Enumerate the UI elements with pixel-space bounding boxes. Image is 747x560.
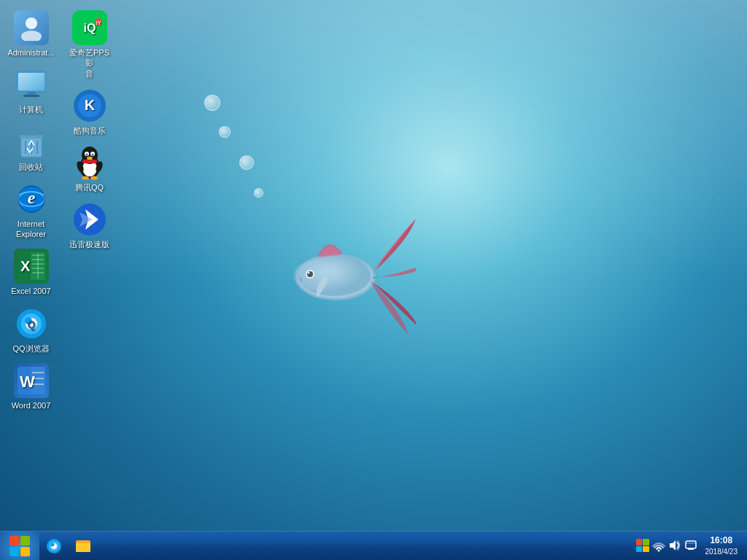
recycle-icon-img — [14, 125, 49, 160]
word-label: Word 2007 — [12, 400, 51, 411]
bubble-3 — [239, 155, 254, 170]
icon-xunlei[interactable]: 迅雷极速版 — [62, 199, 117, 252]
icon-computer[interactable]: 计算机 — [4, 64, 58, 117]
computer-label: 计算机 — [19, 104, 43, 114]
svg-rect-78 — [688, 548, 694, 550]
icon-recycle[interactable]: 回收站 — [4, 122, 58, 175]
svg-rect-12 — [27, 92, 36, 95]
kkbox-label: 酷狗音乐 — [74, 125, 106, 136]
svg-rect-63 — [82, 160, 97, 163]
icon-qq[interactable]: 腾讯QQ — [62, 142, 117, 195]
start-button[interactable] — [0, 532, 39, 561]
taskbar: 16:08 2018/4/23 — [0, 531, 747, 560]
svg-rect-16 — [26, 133, 37, 136]
icon-ie[interactable]: e Internet Explorer — [4, 179, 58, 243]
fish-decoration — [255, 182, 416, 365]
qq-label: 腾讯QQ — [75, 182, 104, 192]
qqbrowser-label: QQ浏览器 — [12, 343, 49, 354]
taskbar-qqbrowser-icon[interactable] — [39, 532, 69, 561]
svg-text:iY: iY — [96, 20, 101, 26]
svg-text:W: W — [20, 373, 35, 391]
svg-rect-73 — [77, 540, 83, 543]
windows-logo-icon — [9, 536, 30, 556]
icon-administrator[interactable]: Administrat... — [4, 7, 58, 61]
icon-kkbox[interactable]: K 酷狗音乐 — [62, 85, 117, 139]
svg-rect-72 — [76, 543, 90, 552]
kkbox-icon-img: K — [72, 88, 107, 123]
icon-qqbrowser[interactable]: Q QQ浏览器 — [4, 303, 58, 357]
icon-iqiyi[interactable]: iQ iY 爱奇艺PPS 影 音 — [62, 7, 117, 82]
bubble-1 — [204, 95, 220, 111]
icon-excel[interactable]: X Excel 2007 — [4, 246, 58, 299]
svg-rect-11 — [18, 73, 44, 90]
desktop: Administrat... — [0, 0, 747, 560]
network-icon[interactable] — [651, 538, 666, 553]
volume-icon[interactable] — [667, 538, 682, 553]
svg-point-57 — [91, 154, 93, 156]
svg-text:X: X — [20, 258, 31, 274]
xunlei-icon-img — [72, 202, 107, 237]
computer-icon-img — [14, 67, 49, 102]
svg-point-7 — [26, 18, 37, 29]
word-icon-img: W — [14, 363, 49, 398]
iqiyi-label: 爱奇艺PPS 影 音 — [65, 47, 114, 79]
svg-point-59 — [82, 176, 89, 180]
svg-text:K: K — [84, 97, 95, 113]
windows-flag-icon[interactable] — [635, 538, 650, 553]
svg-point-56 — [85, 154, 88, 156]
desktop-icons-left: Administrat... — [4, 7, 58, 413]
clock-date: 2018/4/23 — [705, 547, 738, 557]
taskbar-explorer-icon[interactable] — [69, 532, 98, 561]
svg-point-74 — [657, 550, 659, 552]
clock-time: 16:08 — [705, 534, 738, 547]
svg-point-70 — [51, 542, 55, 546]
svg-point-6 — [293, 261, 334, 290]
svg-point-60 — [90, 176, 98, 180]
excel-label: Excel 2007 — [11, 286, 50, 296]
bubble-2 — [219, 126, 231, 138]
administrator-icon-img — [14, 10, 49, 45]
svg-rect-13 — [23, 95, 39, 97]
iqiyi-icon-img: iQ iY — [72, 10, 107, 45]
svg-point-8 — [21, 31, 42, 41]
svg-rect-76 — [686, 541, 696, 548]
svg-text:iQ: iQ — [83, 22, 96, 34]
system-tray: 16:08 2018/4/23 — [635, 534, 748, 557]
svg-text:e: e — [27, 188, 35, 207]
administrator-label: Administrat... — [7, 47, 54, 58]
icon-word[interactable]: W Word 2007 — [4, 360, 58, 413]
desktop-icons-right: iQ iY 爱奇艺PPS 影 音 K 酷狗音乐 — [62, 7, 117, 253]
recycle-label: 回收站 — [19, 162, 43, 172]
excel-icon-img: X — [14, 249, 49, 284]
ie-label: Internet Explorer — [16, 219, 46, 240]
svg-point-58 — [87, 157, 93, 160]
xunlei-label: 迅雷极速版 — [69, 239, 109, 249]
qqbrowser-icon-img: Q — [14, 306, 49, 341]
action-center-icon[interactable] — [684, 538, 698, 553]
qq-icon-img — [72, 145, 107, 180]
system-clock[interactable]: 16:08 2018/4/23 — [700, 534, 744, 557]
ie-icon-img: e — [14, 182, 49, 217]
svg-marker-75 — [670, 540, 676, 551]
svg-text:Q: Q — [27, 319, 35, 330]
